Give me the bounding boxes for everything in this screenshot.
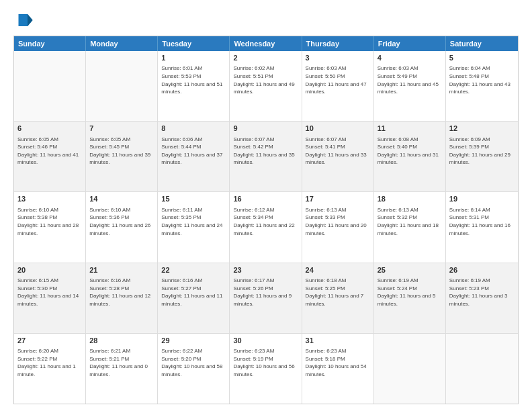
calendar-cell: 14Sunrise: 6:10 AM Sunset: 5:36 PM Dayli… bbox=[86, 192, 158, 262]
cell-info: Sunrise: 6:10 AM Sunset: 5:36 PM Dayligh… bbox=[89, 206, 154, 237]
calendar-cell: 8Sunrise: 6:06 AM Sunset: 5:44 PM Daylig… bbox=[158, 122, 230, 191]
day-number: 1 bbox=[161, 53, 226, 63]
calendar-cell: 29Sunrise: 6:22 AM Sunset: 5:20 PM Dayli… bbox=[158, 334, 230, 404]
day-number: 17 bbox=[306, 194, 370, 204]
cell-info: Sunrise: 6:18 AM Sunset: 5:25 PM Dayligh… bbox=[306, 277, 370, 308]
calendar-header: SundayMondayTuesdayWednesdayThursdayFrid… bbox=[14, 36, 518, 51]
cell-info: Sunrise: 6:05 AM Sunset: 5:46 PM Dayligh… bbox=[17, 136, 82, 167]
cell-info: Sunrise: 6:15 AM Sunset: 5:30 PM Dayligh… bbox=[17, 277, 82, 308]
header-day-wednesday: Wednesday bbox=[230, 36, 302, 51]
calendar-cell: 24Sunrise: 6:18 AM Sunset: 5:25 PM Dayli… bbox=[302, 263, 374, 333]
cell-info: Sunrise: 6:23 AM Sunset: 5:19 PM Dayligh… bbox=[233, 347, 298, 378]
cell-info: Sunrise: 6:04 AM Sunset: 5:48 PM Dayligh… bbox=[449, 64, 515, 95]
day-number: 10 bbox=[306, 124, 370, 134]
day-number: 13 bbox=[17, 194, 82, 204]
calendar-week-3: 13Sunrise: 6:10 AM Sunset: 5:38 PM Dayli… bbox=[14, 192, 518, 263]
day-number: 18 bbox=[378, 194, 442, 204]
header-day-friday: Friday bbox=[374, 36, 446, 51]
cell-info: Sunrise: 6:23 AM Sunset: 5:18 PM Dayligh… bbox=[306, 347, 370, 378]
day-number: 29 bbox=[161, 336, 226, 346]
calendar-cell: 10Sunrise: 6:07 AM Sunset: 5:41 PM Dayli… bbox=[302, 122, 374, 191]
calendar-cell: 5Sunrise: 6:04 AM Sunset: 5:48 PM Daylig… bbox=[446, 51, 518, 121]
day-number: 26 bbox=[449, 265, 515, 275]
day-number: 20 bbox=[17, 265, 82, 275]
cell-info: Sunrise: 6:17 AM Sunset: 5:26 PM Dayligh… bbox=[233, 277, 298, 308]
calendar-cell: 15Sunrise: 6:11 AM Sunset: 5:35 PM Dayli… bbox=[158, 192, 230, 262]
calendar-cell bbox=[374, 334, 446, 404]
cell-info: Sunrise: 6:01 AM Sunset: 5:53 PM Dayligh… bbox=[161, 64, 226, 95]
cell-info: Sunrise: 6:13 AM Sunset: 5:33 PM Dayligh… bbox=[306, 206, 370, 237]
calendar-cell: 16Sunrise: 6:12 AM Sunset: 5:34 PM Dayli… bbox=[230, 192, 302, 262]
calendar-cell bbox=[86, 51, 158, 121]
calendar-cell: 7Sunrise: 6:05 AM Sunset: 5:45 PM Daylig… bbox=[86, 122, 158, 191]
calendar-cell: 6Sunrise: 6:05 AM Sunset: 5:46 PM Daylig… bbox=[14, 122, 86, 191]
day-number: 8 bbox=[161, 124, 226, 134]
calendar-cell: 28Sunrise: 6:21 AM Sunset: 5:21 PM Dayli… bbox=[86, 334, 158, 404]
cell-info: Sunrise: 6:07 AM Sunset: 5:41 PM Dayligh… bbox=[306, 136, 370, 167]
day-number: 23 bbox=[233, 265, 298, 275]
day-number: 5 bbox=[449, 53, 515, 63]
calendar-cell: 17Sunrise: 6:13 AM Sunset: 5:33 PM Dayli… bbox=[302, 192, 374, 262]
cell-info: Sunrise: 6:13 AM Sunset: 5:32 PM Dayligh… bbox=[378, 206, 442, 237]
calendar-cell: 21Sunrise: 6:16 AM Sunset: 5:28 PM Dayli… bbox=[86, 263, 158, 333]
day-number: 30 bbox=[233, 336, 298, 346]
calendar-week-4: 20Sunrise: 6:15 AM Sunset: 5:30 PM Dayli… bbox=[14, 263, 518, 334]
calendar-cell: 20Sunrise: 6:15 AM Sunset: 5:30 PM Dayli… bbox=[14, 263, 86, 333]
day-number: 28 bbox=[89, 336, 154, 346]
calendar-cell: 26Sunrise: 6:19 AM Sunset: 5:23 PM Dayli… bbox=[446, 263, 518, 333]
cell-info: Sunrise: 6:02 AM Sunset: 5:51 PM Dayligh… bbox=[233, 64, 298, 95]
calendar-cell: 13Sunrise: 6:10 AM Sunset: 5:38 PM Dayli… bbox=[14, 192, 86, 262]
day-number: 11 bbox=[378, 124, 442, 134]
header-day-saturday: Saturday bbox=[446, 36, 518, 51]
day-number: 24 bbox=[306, 265, 370, 275]
calendar-week-1: 1Sunrise: 6:01 AM Sunset: 5:53 PM Daylig… bbox=[14, 51, 518, 122]
calendar-cell: 3Sunrise: 6:03 AM Sunset: 5:50 PM Daylig… bbox=[302, 51, 374, 121]
day-number: 9 bbox=[233, 124, 298, 134]
logo-icon bbox=[13, 10, 34, 30]
calendar-cell: 18Sunrise: 6:13 AM Sunset: 5:32 PM Dayli… bbox=[374, 192, 446, 262]
day-number: 25 bbox=[378, 265, 442, 275]
calendar-cell: 31Sunrise: 6:23 AM Sunset: 5:18 PM Dayli… bbox=[302, 334, 374, 404]
calendar-cell: 12Sunrise: 6:09 AM Sunset: 5:39 PM Dayli… bbox=[446, 122, 518, 191]
page: SundayMondayTuesdayWednesdayThursdayFrid… bbox=[0, 0, 532, 411]
calendar-cell bbox=[14, 51, 86, 121]
calendar-body: 1Sunrise: 6:01 AM Sunset: 5:53 PM Daylig… bbox=[14, 51, 518, 404]
day-number: 15 bbox=[161, 194, 226, 204]
day-number: 16 bbox=[233, 194, 298, 204]
cell-info: Sunrise: 6:03 AM Sunset: 5:49 PM Dayligh… bbox=[378, 64, 442, 95]
cell-info: Sunrise: 6:03 AM Sunset: 5:50 PM Dayligh… bbox=[306, 64, 370, 95]
header-day-thursday: Thursday bbox=[302, 36, 374, 51]
day-number: 21 bbox=[89, 265, 154, 275]
cell-info: Sunrise: 6:06 AM Sunset: 5:44 PM Dayligh… bbox=[161, 136, 226, 167]
cell-info: Sunrise: 6:19 AM Sunset: 5:23 PM Dayligh… bbox=[449, 277, 515, 308]
calendar-cell: 23Sunrise: 6:17 AM Sunset: 5:26 PM Dayli… bbox=[230, 263, 302, 333]
calendar-cell: 4Sunrise: 6:03 AM Sunset: 5:49 PM Daylig… bbox=[374, 51, 446, 121]
cell-info: Sunrise: 6:11 AM Sunset: 5:35 PM Dayligh… bbox=[161, 206, 226, 237]
cell-info: Sunrise: 6:16 AM Sunset: 5:28 PM Dayligh… bbox=[89, 277, 154, 308]
header-day-sunday: Sunday bbox=[14, 36, 86, 51]
cell-info: Sunrise: 6:10 AM Sunset: 5:38 PM Dayligh… bbox=[17, 206, 82, 237]
cell-info: Sunrise: 6:05 AM Sunset: 5:45 PM Dayligh… bbox=[89, 136, 154, 167]
cell-info: Sunrise: 6:14 AM Sunset: 5:31 PM Dayligh… bbox=[449, 206, 515, 237]
day-number: 22 bbox=[161, 265, 226, 275]
calendar-cell: 2Sunrise: 6:02 AM Sunset: 5:51 PM Daylig… bbox=[230, 51, 302, 121]
calendar: SundayMondayTuesdayWednesdayThursdayFrid… bbox=[13, 36, 519, 404]
calendar-cell: 1Sunrise: 6:01 AM Sunset: 5:53 PM Daylig… bbox=[158, 51, 230, 121]
calendar-week-2: 6Sunrise: 6:05 AM Sunset: 5:46 PM Daylig… bbox=[14, 122, 518, 192]
day-number: 31 bbox=[306, 336, 370, 346]
day-number: 19 bbox=[449, 194, 515, 204]
logo bbox=[13, 10, 36, 30]
cell-info: Sunrise: 6:12 AM Sunset: 5:34 PM Dayligh… bbox=[233, 206, 298, 237]
header-day-monday: Monday bbox=[86, 36, 158, 51]
calendar-cell: 27Sunrise: 6:20 AM Sunset: 5:22 PM Dayli… bbox=[14, 334, 86, 404]
cell-info: Sunrise: 6:22 AM Sunset: 5:20 PM Dayligh… bbox=[161, 347, 226, 378]
calendar-cell: 25Sunrise: 6:19 AM Sunset: 5:24 PM Dayli… bbox=[374, 263, 446, 333]
cell-info: Sunrise: 6:19 AM Sunset: 5:24 PM Dayligh… bbox=[378, 277, 442, 308]
cell-info: Sunrise: 6:20 AM Sunset: 5:22 PM Dayligh… bbox=[17, 347, 82, 378]
calendar-cell: 22Sunrise: 6:16 AM Sunset: 5:27 PM Dayli… bbox=[158, 263, 230, 333]
calendar-cell bbox=[446, 334, 518, 404]
day-number: 27 bbox=[17, 336, 82, 346]
cell-info: Sunrise: 6:08 AM Sunset: 5:40 PM Dayligh… bbox=[378, 136, 442, 167]
calendar-cell: 9Sunrise: 6:07 AM Sunset: 5:42 PM Daylig… bbox=[230, 122, 302, 191]
day-number: 4 bbox=[378, 53, 442, 63]
